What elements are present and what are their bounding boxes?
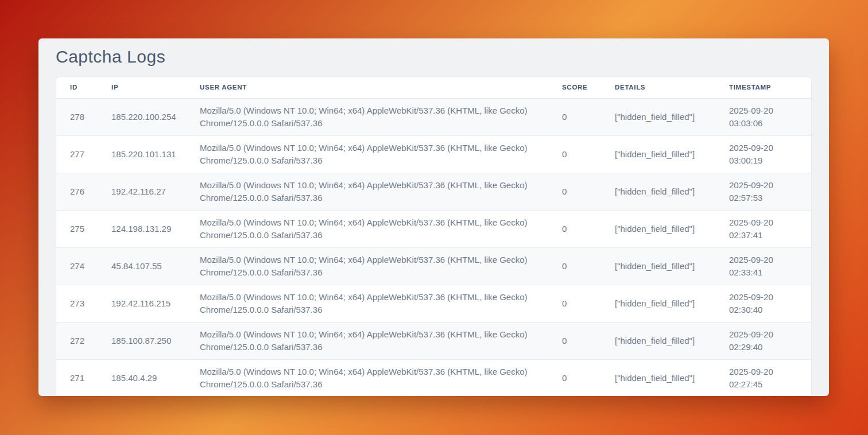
cell-details: ["hidden_field_filled"] xyxy=(615,285,729,322)
table-header: ID IP USER AGENT SCORE DETAILS TIMESTAMP xyxy=(56,77,811,98)
table-row: 277 185.220.101.131 Mozilla/5.0 (Windows… xyxy=(56,135,811,173)
card-header: Captcha Logs xyxy=(38,38,829,76)
cell-id: 271 xyxy=(56,359,111,396)
page-background: { "page": { "title": "Captcha Logs" }, "… xyxy=(0,0,868,435)
column-header-ip: IP xyxy=(111,77,200,98)
cell-details: ["hidden_field_filled"] xyxy=(615,210,729,247)
cell-id: 278 xyxy=(56,98,111,135)
cell-timestamp: 2025-09-20 03:03:06 xyxy=(729,98,811,135)
cell-user-agent: Mozilla/5.0 (Windows NT 10.0; Win64; x64… xyxy=(200,359,562,396)
cell-id: 275 xyxy=(56,210,111,247)
cell-ip: 185.100.87.250 xyxy=(111,322,200,359)
captcha-logs-card: Captcha Logs ID IP USER AGENT SCORE DETA… xyxy=(38,38,829,396)
cell-score: 0 xyxy=(562,247,615,285)
cell-id: 274 xyxy=(56,247,111,285)
cell-timestamp: 2025-09-20 02:37:41 xyxy=(729,210,811,247)
cell-score: 0 xyxy=(562,210,615,247)
cell-ip: 192.42.116.27 xyxy=(111,173,200,210)
captcha-logs-table: ID IP USER AGENT SCORE DETAILS TIMESTAMP… xyxy=(56,77,811,396)
cell-user-agent: Mozilla/5.0 (Windows NT 10.0; Win64; x64… xyxy=(200,322,562,359)
cell-user-agent: Mozilla/5.0 (Windows NT 10.0; Win64; x64… xyxy=(200,173,562,210)
column-header-id: ID xyxy=(56,77,111,98)
cell-score: 0 xyxy=(562,285,615,322)
cell-ip: 124.198.131.29 xyxy=(111,210,200,247)
cell-user-agent: Mozilla/5.0 (Windows NT 10.0; Win64; x64… xyxy=(200,285,562,322)
cell-score: 0 xyxy=(562,135,615,173)
cell-score: 0 xyxy=(562,322,615,359)
table-row: 272 185.100.87.250 Mozilla/5.0 (Windows … xyxy=(56,322,811,359)
table-row: 275 124.198.131.29 Mozilla/5.0 (Windows … xyxy=(56,210,811,247)
table-row: 274 45.84.107.55 Mozilla/5.0 (Windows NT… xyxy=(56,247,811,285)
cell-ip: 185.40.4.29 xyxy=(111,359,200,396)
cell-id: 277 xyxy=(56,135,111,173)
cell-ip: 185.220.101.131 xyxy=(111,135,200,173)
cell-user-agent: Mozilla/5.0 (Windows NT 10.0; Win64; x64… xyxy=(200,135,562,173)
column-header-timestamp: TIMESTAMP xyxy=(729,77,811,98)
cell-user-agent: Mozilla/5.0 (Windows NT 10.0; Win64; x64… xyxy=(200,210,562,247)
cell-id: 273 xyxy=(56,285,111,322)
table-row: 278 185.220.100.254 Mozilla/5.0 (Windows… xyxy=(56,98,811,135)
cell-ip: 45.84.107.55 xyxy=(111,247,200,285)
cell-score: 0 xyxy=(562,173,615,210)
cell-timestamp: 2025-09-20 02:29:40 xyxy=(729,322,811,359)
table-body: 278 185.220.100.254 Mozilla/5.0 (Windows… xyxy=(56,98,811,396)
cell-details: ["hidden_field_filled"] xyxy=(615,322,729,359)
cell-timestamp: 2025-09-20 02:30:40 xyxy=(729,285,811,322)
column-header-details: DETAILS xyxy=(615,77,729,98)
table-row: 273 192.42.116.215 Mozilla/5.0 (Windows … xyxy=(56,285,811,322)
cell-ip: 192.42.116.215 xyxy=(111,285,200,322)
column-header-score: SCORE xyxy=(562,77,615,98)
cell-user-agent: Mozilla/5.0 (Windows NT 10.0; Win64; x64… xyxy=(200,247,562,285)
column-header-user-agent: USER AGENT xyxy=(200,77,562,98)
cell-details: ["hidden_field_filled"] xyxy=(615,359,729,396)
table-panel: ID IP USER AGENT SCORE DETAILS TIMESTAMP… xyxy=(56,76,812,396)
cell-id: 272 xyxy=(56,322,111,359)
cell-details: ["hidden_field_filled"] xyxy=(615,247,729,285)
page-title: Captcha Logs xyxy=(56,47,812,67)
cell-timestamp: 2025-09-20 02:57:53 xyxy=(729,173,811,210)
cell-details: ["hidden_field_filled"] xyxy=(615,98,729,135)
cell-details: ["hidden_field_filled"] xyxy=(615,173,729,210)
table-row: 271 185.40.4.29 Mozilla/5.0 (Windows NT … xyxy=(56,359,811,396)
cell-details: ["hidden_field_filled"] xyxy=(615,135,729,173)
cell-timestamp: 2025-09-20 03:00:19 xyxy=(729,135,811,173)
cell-ip: 185.220.100.254 xyxy=(111,98,200,135)
cell-id: 276 xyxy=(56,173,111,210)
cell-score: 0 xyxy=(562,98,615,135)
table-header-row: ID IP USER AGENT SCORE DETAILS TIMESTAMP xyxy=(56,77,811,98)
table-row: 276 192.42.116.27 Mozilla/5.0 (Windows N… xyxy=(56,173,811,210)
cell-score: 0 xyxy=(562,359,615,396)
cell-timestamp: 2025-09-20 02:33:41 xyxy=(729,247,811,285)
cell-timestamp: 2025-09-20 02:27:45 xyxy=(729,359,811,396)
cell-user-agent: Mozilla/5.0 (Windows NT 10.0; Win64; x64… xyxy=(200,98,562,135)
